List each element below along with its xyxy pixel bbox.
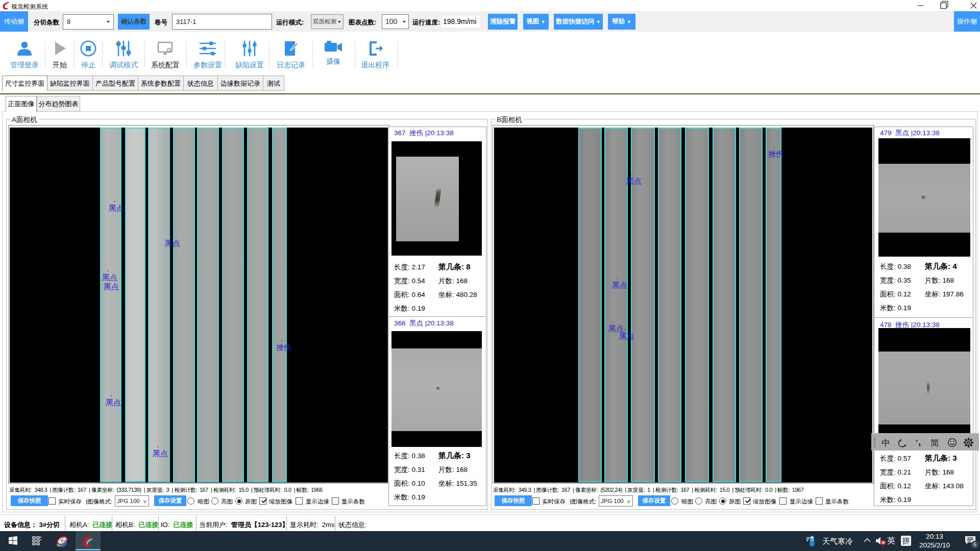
svg-text:6: 6 (973, 541, 976, 547)
